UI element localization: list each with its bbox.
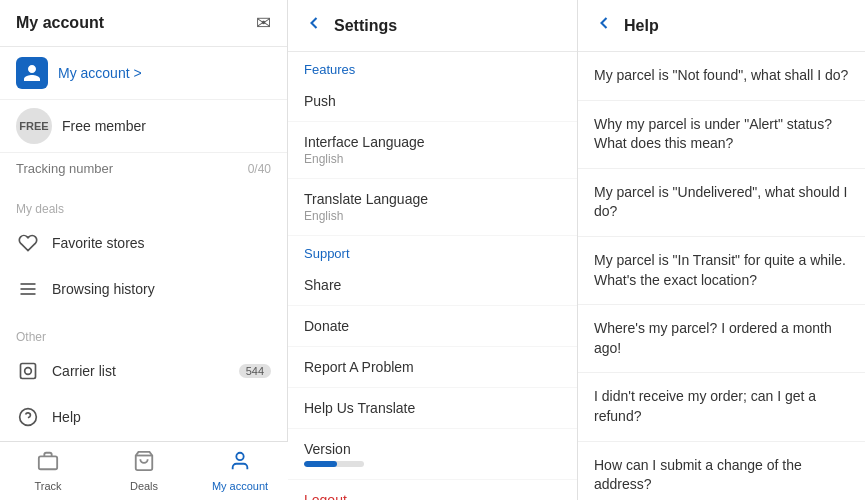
settings-help-translate[interactable]: Help Us Translate — [288, 388, 577, 429]
member-row: FREE Free member — [0, 99, 287, 152]
account-name[interactable]: My account > — [58, 65, 142, 81]
carrier-label: Carrier list — [52, 363, 116, 379]
svg-rect-12 — [39, 456, 57, 469]
settings-report-problem[interactable]: Report A Problem — [288, 347, 577, 388]
sidebar: My account ✉ My account > FREE Free memb… — [0, 0, 288, 500]
sidebar-item-browsing[interactable]: Browsing history — [0, 266, 287, 312]
sidebar-header: My account ✉ — [0, 0, 287, 47]
member-icon: FREE — [16, 108, 52, 144]
browsing-label: Browsing history — [52, 281, 155, 297]
settings-push[interactable]: Push — [288, 81, 577, 122]
help-back-button[interactable] — [594, 13, 614, 38]
help-item-1[interactable]: Why my parcel is under "Alert" status? W… — [578, 101, 865, 169]
tracking-count: 0/40 — [248, 162, 271, 176]
sidebar-item-carrier[interactable]: Carrier list 544 — [0, 348, 287, 394]
version-bar-fill — [304, 461, 337, 467]
settings-panel: Settings Features Push Interface Languag… — [288, 0, 578, 500]
help-item-4[interactable]: Where's my parcel? I ordered a month ago… — [578, 305, 865, 373]
help-icon — [16, 405, 40, 429]
svg-point-14 — [236, 453, 243, 460]
nav-my-account[interactable]: My account — [192, 442, 288, 500]
carrier-icon — [16, 359, 40, 383]
help-item-0[interactable]: My parcel is "Not found", what shall I d… — [578, 52, 865, 101]
sidebar-title: My account — [16, 14, 104, 32]
deals-icon — [133, 450, 155, 477]
support-label: Support — [288, 236, 577, 265]
track-icon — [37, 450, 59, 477]
settings-version[interactable]: Version — [288, 429, 577, 480]
account-row[interactable]: My account > — [0, 47, 287, 99]
help-panel: Help My parcel is "Not found", what shal… — [578, 0, 865, 500]
deals-label: Deals — [130, 480, 158, 492]
settings-translate-language[interactable]: Translate Language English — [288, 179, 577, 236]
section-title-other: Other — [0, 320, 287, 348]
tracking-input[interactable] — [16, 161, 248, 176]
sidebar-item-help[interactable]: Help — [0, 394, 287, 440]
help-label: Help — [52, 409, 81, 425]
features-label: Features — [288, 52, 577, 81]
section-title-deals: My deals — [0, 192, 287, 220]
nav-track[interactable]: Track — [0, 442, 96, 500]
avatar — [16, 57, 48, 89]
settings-header: Settings — [288, 0, 577, 52]
svg-point-4 — [25, 368, 32, 375]
member-label: Free member — [62, 118, 146, 134]
nav-deals[interactable]: Deals — [96, 442, 192, 500]
bottom-nav: Track Deals My account — [0, 441, 288, 500]
settings-share[interactable]: Share — [288, 265, 577, 306]
my-account-icon — [229, 450, 251, 477]
help-item-5[interactable]: I didn't receive my order; can I get a r… — [578, 373, 865, 441]
track-label: Track — [34, 480, 61, 492]
version-bar — [304, 461, 364, 467]
my-account-label: My account — [212, 480, 268, 492]
app-container: My account ✉ My account > FREE Free memb… — [0, 0, 865, 500]
help-header: Help — [578, 0, 865, 52]
tracking-input-row: 0/40 — [16, 161, 271, 176]
settings-title: Settings — [334, 17, 397, 35]
settings-donate[interactable]: Donate — [288, 306, 577, 347]
help-item-6[interactable]: How can I submit a change of the address… — [578, 442, 865, 500]
carrier-badge: 544 — [239, 364, 271, 378]
help-title: Help — [624, 17, 659, 35]
sidebar-item-favorites[interactable]: Favorite stores — [0, 220, 287, 266]
help-item-3[interactable]: My parcel is "In Transit" for quite a wh… — [578, 237, 865, 305]
settings-logout[interactable]: Logout — [288, 480, 577, 500]
mail-icon[interactable]: ✉ — [256, 12, 271, 34]
svg-rect-3 — [21, 364, 36, 379]
heart-icon — [16, 231, 40, 255]
browsing-icon — [16, 277, 40, 301]
settings-back-button[interactable] — [304, 13, 324, 38]
help-item-2[interactable]: My parcel is "Undelivered", what should … — [578, 169, 865, 237]
favorites-label: Favorite stores — [52, 235, 145, 251]
settings-interface-language[interactable]: Interface Language English — [288, 122, 577, 179]
tracking-section: 0/40 — [0, 152, 287, 184]
